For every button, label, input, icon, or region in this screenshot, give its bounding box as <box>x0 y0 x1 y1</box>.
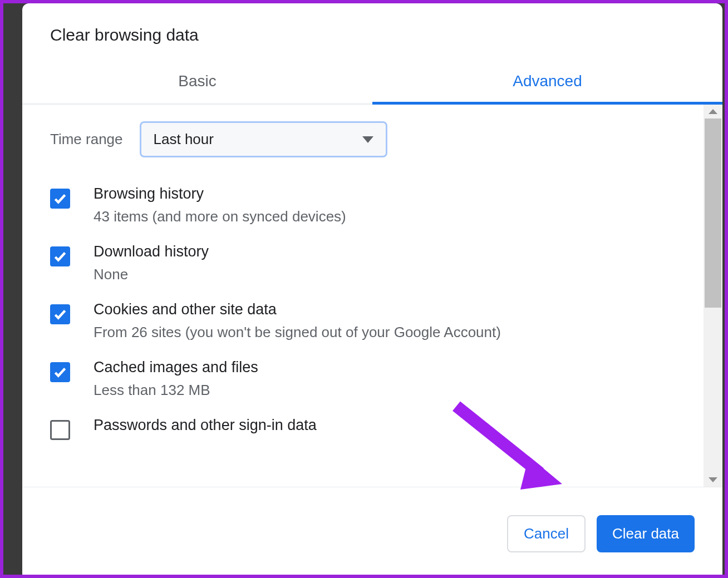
tab-basic[interactable]: Basic <box>22 61 372 103</box>
list-item-cached-images: Cached images and files Less than 132 MB <box>50 359 695 399</box>
item-desc: Less than 132 MB <box>94 382 258 399</box>
item-title: Download history <box>94 243 209 260</box>
chevron-down-icon <box>362 136 373 143</box>
dialog-title: Clear browsing data <box>22 3 722 61</box>
check-icon <box>53 307 67 322</box>
list-item-cookies: Cookies and other site data From 26 site… <box>50 301 695 341</box>
data-type-list: Browsing history 43 items (and more on s… <box>50 185 695 440</box>
check-icon <box>53 365 67 379</box>
checkbox-cookies[interactable] <box>50 304 70 324</box>
item-title: Browsing history <box>94 185 346 202</box>
clear-browsing-data-dialog: Clear browsing data Basic Advanced Time … <box>22 3 722 575</box>
check-icon <box>53 249 67 264</box>
time-range-row: Time range Last hour <box>50 121 695 157</box>
scroll-thumb[interactable] <box>705 118 721 308</box>
time-range-select[interactable]: Last hour <box>140 121 387 157</box>
checkbox-cached-images[interactable] <box>50 362 70 382</box>
dialog-footer: Cancel Clear data <box>22 487 722 575</box>
tab-advanced[interactable]: Advanced <box>372 61 722 103</box>
list-item-passwords: Passwords and other sign-in data <box>50 417 695 440</box>
item-title: Passwords and other sign-in data <box>94 417 317 434</box>
list-item-download-history: Download history None <box>50 243 695 283</box>
item-desc: None <box>94 266 209 283</box>
clear-data-button[interactable]: Clear data <box>597 515 695 552</box>
checkbox-download-history[interactable] <box>50 246 70 266</box>
list-item-browsing-history: Browsing history 43 items (and more on s… <box>50 185 695 225</box>
checkbox-passwords[interactable] <box>50 420 70 440</box>
item-title: Cached images and files <box>94 359 258 376</box>
scroll-up-icon[interactable] <box>709 109 717 114</box>
time-range-value: Last hour <box>154 131 214 148</box>
dialog-scroll-area: Time range Last hour Browsing history 43… <box>22 105 722 487</box>
item-title: Cookies and other site data <box>94 301 501 318</box>
item-desc: From 26 sites (you won't be signed out o… <box>94 324 501 341</box>
dialog-tabs: Basic Advanced <box>22 61 722 105</box>
checkbox-browsing-history[interactable] <box>50 189 70 209</box>
time-range-label: Time range <box>50 131 123 148</box>
item-desc: 43 items (and more on synced devices) <box>94 208 346 225</box>
cancel-button[interactable]: Cancel <box>507 515 586 552</box>
check-icon <box>53 191 67 206</box>
scroll-down-icon[interactable] <box>709 477 717 482</box>
scrollbar[interactable] <box>704 105 722 487</box>
